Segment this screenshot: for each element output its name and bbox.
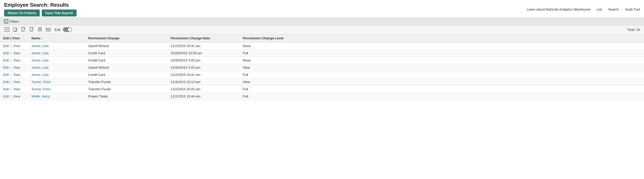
edit-link[interactable]: Edit [3, 51, 9, 55]
copy-icon[interactable] [12, 27, 18, 32]
edit-link[interactable]: Edit [3, 58, 9, 62]
svg-rect-12 [46, 28, 50, 31]
cell-name: Turner, Chris [28, 86, 85, 93]
cell-edit-view: Edit | View [0, 93, 28, 100]
pdf-icon[interactable]: PDF [21, 27, 26, 32]
view-link[interactable]: View [13, 58, 20, 62]
table-row: Edit | ViewJones, LeiaCredit Card10/30/2… [0, 57, 644, 64]
separator: | [10, 58, 12, 62]
cell-edit-view: Edit | View [0, 42, 28, 50]
save-this-search-button[interactable]: Save This Search [42, 10, 77, 16]
view-link[interactable]: View [13, 44, 20, 48]
name-link[interactable]: Jones, Leia [31, 73, 49, 77]
cell-name: Jones, Leia [28, 50, 85, 57]
cell-permission-change-level: None [240, 42, 644, 50]
separator: | [10, 94, 12, 98]
cell-name: Jones, Leia [28, 64, 85, 71]
email-icon[interactable] [45, 27, 51, 32]
svg-rect-4 [13, 28, 16, 31]
header-buttons: Return To Criteria Save This Search [4, 10, 77, 16]
cell-permission-change-level: Full [240, 93, 644, 100]
cell-permission-change-date: 10/30/2015 3:05 pm [168, 64, 240, 71]
view-link[interactable]: View [13, 51, 20, 55]
cell-permission-change: Upsell Wizard [85, 64, 168, 71]
separator: | [10, 44, 12, 48]
edit-link[interactable]: Edit [3, 80, 9, 84]
table-row: Edit | ViewTurner, ChrisTransfer Funds11… [0, 78, 644, 86]
name-sort-icon: ↑ [42, 37, 43, 40]
edit-label: Edit [55, 28, 60, 32]
svg-text:PDF: PDF [22, 30, 24, 32]
view-link[interactable]: View [13, 66, 20, 69]
svg-rect-10 [39, 28, 41, 29]
cell-permission-change-date: 10/30/2015 3:05 pm [168, 57, 240, 64]
table-row: Edit | ViewJones, LeiaUpsell Wizard11/2/… [0, 42, 644, 50]
col-header-name[interactable]: Name ↑ [28, 34, 85, 42]
learn-analytics-link[interactable]: Learn about NetSuite Analytics Warehouse [527, 7, 590, 11]
name-link[interactable]: Jones, Leia [31, 51, 49, 55]
cell-permission-change: Credit Card [85, 71, 168, 78]
separator: | [10, 66, 12, 69]
cell-permission-change-level: View [240, 64, 644, 71]
table-header-row: Edit | View Name ↑ Permission Change Per… [0, 34, 644, 42]
cell-permission-change-level: Full [240, 86, 644, 93]
cell-permission-change-date: 11/2/2015 10:43 am [168, 86, 240, 93]
search-link[interactable]: Search [608, 7, 619, 11]
cell-name: Jones, Leia [28, 71, 85, 78]
page-header: Employee Search: Results Return To Crite… [0, 0, 644, 17]
cell-permission-change-level: None [240, 57, 644, 64]
cell-permission-change-level: Full [240, 50, 644, 57]
cell-permission-change: Project Tasks [85, 93, 168, 100]
name-link[interactable]: Jones, Leia [31, 66, 49, 69]
edit-toggle[interactable] [63, 27, 72, 32]
separator: | [10, 87, 12, 91]
edit-link[interactable]: Edit [3, 94, 9, 98]
edit-link[interactable]: Edit [3, 66, 9, 69]
total-label: Total: 19 [627, 28, 640, 32]
excel-icon[interactable]: XLS [29, 27, 35, 32]
header-nav: Learn about NetSuite Analytics Warehouse… [527, 7, 640, 11]
cell-permission-change-date: 11/2/2015 10:41 am [168, 42, 240, 50]
print-icon[interactable] [37, 27, 43, 32]
table-row: Edit | ViewJones, LeiaCredit Card10/29/2… [0, 50, 644, 57]
col-header-permission-change-level: Permission Change Level [240, 34, 644, 42]
cell-permission-change-date: 11/2/2015 10:41 am [168, 71, 240, 78]
edit-link[interactable]: Edit [3, 73, 9, 77]
view-link[interactable]: View [13, 80, 20, 84]
separator: | [10, 73, 12, 77]
filters-expand-icon[interactable]: + [4, 19, 8, 23]
cell-permission-change-date: 10/29/2015 10:55 am [168, 50, 240, 57]
audit-trail-link[interactable]: Audit Trail [625, 7, 640, 11]
svg-text:XLS: XLS [30, 30, 33, 32]
cell-name: Turner, Chris [28, 78, 85, 86]
cell-name: Jones, Leia [28, 42, 85, 50]
table-row: Edit | ViewWolfe, HarryProject Tasks11/2… [0, 93, 644, 100]
separator: | [10, 80, 12, 84]
filters-label: Filters [10, 20, 19, 23]
view-link[interactable]: View [13, 94, 20, 98]
edit-link[interactable]: Edit [3, 87, 9, 91]
cell-permission-change: Transfer Funds [85, 78, 168, 86]
cell-permission-change-date: 11/2/2015 10:44 am [168, 93, 240, 100]
name-link[interactable]: Turner, Chris [31, 87, 51, 91]
view-link[interactable]: View [13, 87, 20, 91]
col-header-edit-view: Edit | View [0, 34, 28, 42]
filters-bar: + Filters [0, 17, 644, 25]
view-link[interactable]: View [13, 73, 20, 77]
name-link[interactable]: Turner, Chris [31, 80, 51, 84]
results-table: Edit | View Name ↑ Permission Change Per… [0, 34, 644, 100]
table-row: Edit | ViewTurner, ChrisTransfer Funds11… [0, 86, 644, 93]
return-to-criteria-button[interactable]: Return To Criteria [4, 10, 40, 16]
cell-permission-change-level: Full [240, 71, 644, 78]
cell-permission-change: Transfer Funds [85, 86, 168, 93]
cell-permission-change: Credit Card [85, 57, 168, 64]
list-link[interactable]: List [597, 7, 602, 11]
new-record-icon[interactable] [4, 27, 10, 32]
cell-permission-change-date: 11/3/2015 10:13 am [168, 78, 240, 86]
name-link[interactable]: Jones, Leia [31, 58, 49, 62]
col-header-permission-change-date: Permission Change Date [168, 34, 240, 42]
name-link[interactable]: Jones, Leia [31, 44, 49, 48]
edit-link[interactable]: Edit [3, 44, 9, 48]
cell-edit-view: Edit | View [0, 71, 28, 78]
name-link[interactable]: Wolfe, Harry [31, 94, 50, 98]
